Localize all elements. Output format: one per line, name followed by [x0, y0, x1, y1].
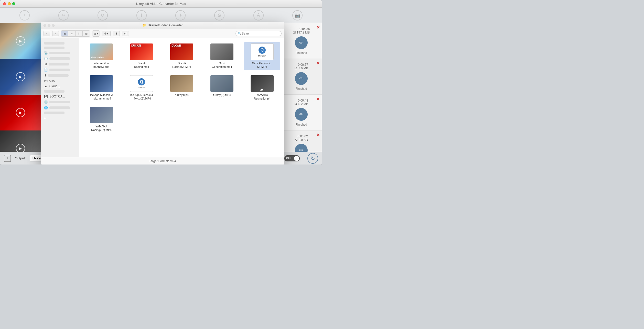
toolbar-settings[interactable]: ⚙	[214, 10, 224, 20]
video-thumbnail-3[interactable]: ▶	[0, 95, 41, 130]
snapshot-icon: 📷	[292, 10, 303, 20]
list-item[interactable]: Ice Age 5 Jessie J - My...rstar.mp4	[83, 74, 120, 102]
sidebar-item-blurred-11[interactable]	[41, 111, 79, 115]
sidebar-item-blurred-2[interactable]	[41, 46, 79, 50]
fp-close[interactable]	[44, 24, 46, 27]
sidebar-item-blurred-10[interactable]: 🌐	[41, 105, 79, 111]
fp-share-button[interactable]: ⬆	[113, 31, 120, 36]
list-item[interactable]: Q MPEG4 Girls' Generati...(2).MP4	[244, 42, 280, 70]
close-button[interactable]	[3, 2, 6, 5]
list-item[interactable]: turkey.mp4	[164, 74, 200, 102]
list-item[interactable]: YMH YAMAHA Racing2.mp4	[244, 74, 280, 102]
search-icon: 🔍	[238, 32, 242, 35]
list-item[interactable]: YAMAHA Racing2(2).MP4	[83, 105, 120, 133]
file-thumbnail-girls	[210, 43, 233, 60]
mpeg4-icon: Q	[259, 47, 266, 54]
list-item[interactable]: DUCATI Ducati Racing.mp4	[123, 42, 160, 70]
file-thumbnail-girls2: Q MPEG4	[251, 43, 274, 60]
icloud-icon: ☁	[44, 84, 47, 88]
enhance-icon: ✦	[175, 10, 186, 20]
toolbar-convert[interactable]: ↻	[98, 10, 108, 20]
list-item[interactable]: turkey(2).MP4	[204, 74, 240, 102]
video-thumbnail-4[interactable]: ▶	[0, 130, 41, 152]
bootcamp-icon: 💾	[44, 95, 48, 98]
toggle-knob	[294, 156, 299, 161]
sidebar-item-blurred-6[interactable]: 📄	[41, 67, 79, 73]
toolbar-snapshot[interactable]: 📷	[292, 10, 303, 20]
fp-search-input[interactable]	[242, 32, 277, 35]
mpeg4-icon-2: Q	[138, 78, 145, 85]
close-item-1[interactable]: ✕	[316, 25, 320, 30]
fp-arrange-btn[interactable]: ⊞ ▾	[92, 31, 100, 36]
toolbar-about[interactable]: A	[253, 10, 264, 20]
finished-label-2: Finished	[295, 87, 307, 91]
list-item[interactable]: DUCATI Ducati Racing(2).MP4	[164, 42, 200, 70]
toolbar-compress[interactable]: ⬇	[136, 10, 147, 20]
airdrop-icon: 📡	[44, 51, 48, 55]
file-name-turkey2: turkey(2).MP4	[213, 93, 231, 97]
icloud-label: iCloud...	[49, 84, 60, 88]
icloud-section: iCloud	[41, 78, 79, 83]
fp-sidebar: 📡 🕐 🖥 📄 ⬇ iC	[41, 38, 79, 157]
fp-list-view[interactable]: ≡	[68, 31, 76, 36]
duration-4: 0:03:02 🖫 2.8 KB	[295, 135, 308, 142]
sidebar-item-blurred-9[interactable]: 💿	[41, 99, 79, 105]
fp-back-button[interactable]: ‹	[44, 31, 50, 36]
fp-gallery-view[interactable]: ⊟	[83, 31, 90, 36]
fp-min[interactable]	[48, 24, 50, 27]
fp-forward-button[interactable]: ›	[52, 31, 59, 36]
maximize-button[interactable]	[12, 2, 15, 5]
sidebar-item-blurred-8[interactable]	[41, 89, 79, 94]
file-thumbnail-turkey2	[210, 75, 233, 92]
close-item-4[interactable]: ✕	[316, 133, 320, 137]
play-button-4[interactable]: ▶	[16, 144, 25, 152]
title-bar: Ukeysoft Video Converter for Mac	[0, 0, 322, 8]
toolbar-enhance[interactable]: ✦	[175, 10, 186, 20]
app-title: Ukeysoft Video Converter for Mac	[136, 2, 186, 6]
traffic-lights	[3, 2, 15, 5]
play-button-3[interactable]: ▶	[16, 108, 25, 117]
file-thumbnail-yamaha2	[90, 107, 113, 123]
sidebar-item-number[interactable]: 1	[41, 115, 79, 121]
video-status-4: 0:03:02 🖫 2.8 KB ✏ Finished	[281, 130, 322, 152]
play-button-2[interactable]: ▶	[16, 72, 25, 81]
list-item[interactable]: video-editor video-editor-banner3.3gp	[83, 42, 120, 70]
minimize-button[interactable]	[8, 2, 11, 5]
list-item[interactable]: Girls' Generation.mp4	[204, 42, 240, 70]
convert-button[interactable]: ↻	[307, 153, 318, 164]
list-item[interactable]: Q MPEG4 Ice Age 5 Jessie J - My...r(2).M…	[123, 74, 160, 102]
sidebar-item-blurred-4[interactable]: 🕐	[41, 56, 79, 61]
sidebar-item-blurred-3[interactable]: 📡	[41, 50, 79, 56]
file-thumbnail-ducati1: DUCATI	[130, 43, 153, 60]
network-icon: 🌐	[44, 106, 48, 109]
fp-icon-view[interactable]: ⊞	[61, 31, 68, 36]
file-picker-dialog: 📁 Ukeysoft Video Converter ‹ › ⊞ ≡ ⦀ ⊟ ⊞…	[41, 22, 284, 164]
sidebar-item-icloud[interactable]: ☁ iCloud...	[41, 83, 79, 89]
sidebar-item-blurred-1[interactable]	[41, 41, 79, 46]
close-item-2[interactable]: ✕	[316, 61, 320, 66]
sidebar-item-blurred-5[interactable]: 🖥	[41, 61, 79, 67]
duration-2: 0:00:57 🖫 7.6 MB	[294, 63, 308, 70]
video-thumbnail-2[interactable]: ▶	[0, 59, 41, 95]
finished-icon-3: ✏	[295, 108, 308, 121]
fp-title: 📁 Ukeysoft Video Converter	[142, 24, 183, 27]
play-button-1[interactable]: ▶	[16, 36, 25, 46]
merge-toggle[interactable]: OFF	[284, 155, 300, 161]
file-name-banner: video-editor-banner3.3gp	[90, 61, 113, 69]
toolbar-add[interactable]: +	[19, 10, 30, 20]
fp-tags-button[interactable]: 🏷	[122, 31, 129, 36]
sidebar-item-bootcamp[interactable]: 💾 BOOTCA...	[41, 94, 79, 99]
file-thumbnail-turkey1	[170, 75, 193, 92]
toolbar-edit[interactable]: ✂	[58, 10, 69, 20]
video-thumbnail-1[interactable]: ▶	[0, 23, 41, 59]
fp-action-button[interactable]: ⚙▾	[102, 31, 111, 36]
fp-max[interactable]	[52, 24, 55, 27]
sidebar-item-blurred-7[interactable]: ⬇	[41, 73, 79, 78]
fp-column-view[interactable]: ⦀	[76, 31, 83, 36]
edit-icon: ✂	[58, 10, 69, 20]
toolbar: + ✂ ↻ ⬇ ✦ ⚙ A 📷	[0, 8, 322, 23]
add-video-button[interactable]: +	[4, 155, 11, 162]
file-name-turkey1: turkey.mp4	[175, 93, 189, 97]
close-item-3[interactable]: ✕	[316, 97, 320, 102]
file-name-iceage1: Ice Age 5 Jessie J - My...rstar.mp4	[90, 93, 113, 101]
